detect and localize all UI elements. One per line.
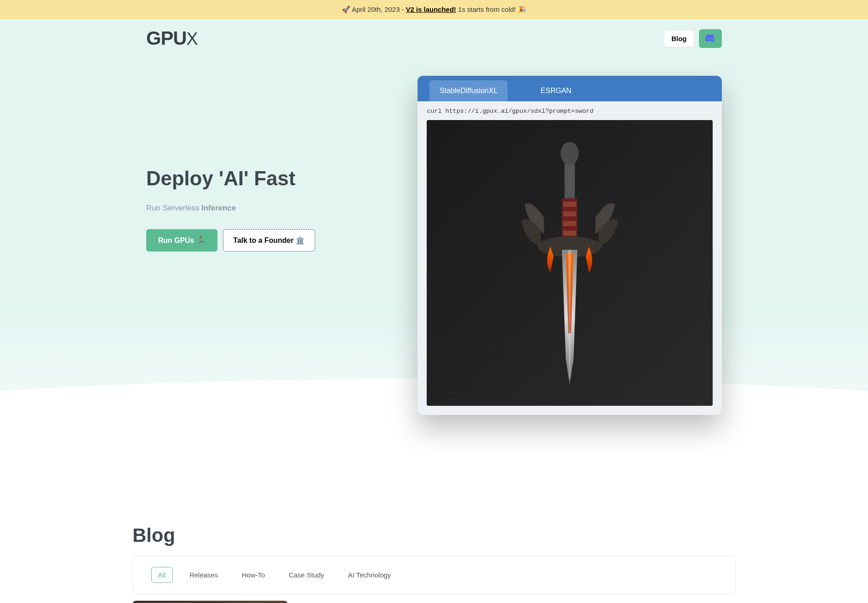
rocket-icon: 🚀	[342, 5, 350, 13]
filter-all[interactable]: All	[151, 567, 173, 583]
blog-heading: Blog	[132, 524, 736, 546]
generated-image	[427, 120, 713, 406]
svg-rect-4	[563, 221, 576, 226]
tab-esrgan[interactable]: ESRGAN	[530, 80, 582, 101]
tab-stablediffusionxl[interactable]: StableDiffusionXL	[429, 80, 508, 101]
logo-x: X	[186, 29, 197, 48]
hero-sub-bold: Inference	[201, 204, 236, 212]
blog-card[interactable]	[132, 601, 288, 603]
svg-rect-2	[563, 202, 576, 207]
filter-aitech[interactable]: AI Technology	[341, 567, 398, 583]
banner-link[interactable]: V2 is launched!	[406, 5, 456, 13]
filter-casestudy[interactable]: Case Study	[282, 567, 331, 583]
blog-filter-box: All Releases How-To Case Study AI Techno…	[132, 556, 736, 594]
talk-founder-button[interactable]: Talk to a Founder 🏛️	[223, 229, 316, 252]
announcement-banner: 🚀 April 20th, 2023 - V2 is launched! 1s …	[0, 0, 868, 19]
sword-icon	[470, 134, 670, 391]
curl-command: curl https://i.gpux.ai/gpux/sdxl?prompt=…	[427, 108, 713, 115]
discord-icon	[705, 34, 715, 43]
banner-after: 1s starts from cold!	[458, 5, 518, 13]
hero-title: Deploy 'AI' Fast	[146, 167, 399, 190]
filter-howto[interactable]: How-To	[235, 567, 272, 583]
demo-card: StableDiffusionXL ESRGAN curl https://i.…	[418, 76, 722, 415]
hero-subtitle: Run Serverless Inference	[146, 204, 399, 213]
banner-date: April 20th, 2023 -	[352, 5, 406, 13]
discord-button[interactable]	[699, 29, 722, 48]
filter-releases[interactable]: Releases	[183, 567, 225, 583]
top-nav: GPUX Blog	[146, 19, 722, 58]
svg-rect-5	[563, 231, 576, 236]
run-gpus-button[interactable]: Run GPUs 🏃🏽	[146, 229, 217, 252]
logo-text: GPU	[146, 27, 186, 49]
svg-point-0	[561, 142, 578, 165]
demo-tabs: StableDiffusionXL ESRGAN	[418, 76, 722, 101]
logo[interactable]: GPUX	[146, 27, 197, 49]
blog-nav-button[interactable]: Blog	[664, 30, 694, 47]
svg-rect-3	[563, 211, 576, 216]
party-icon: 🎉	[518, 5, 526, 13]
hero-sub-pre: Run Serverless	[146, 204, 201, 212]
